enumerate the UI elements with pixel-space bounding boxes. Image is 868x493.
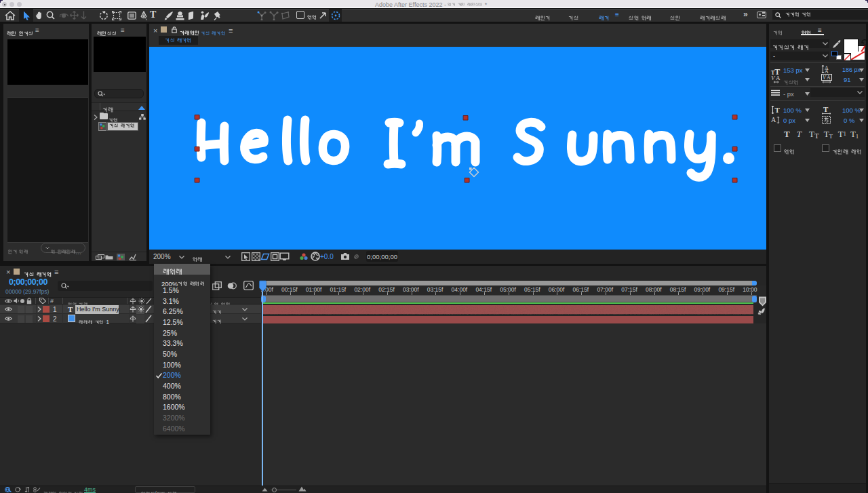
svg-text:T: T [823, 105, 829, 113]
svg-text:A: A [827, 75, 831, 81]
svg-text:T: T [775, 106, 781, 114]
svg-text:A: A [776, 75, 781, 81]
svg-text:A: A [771, 116, 776, 123]
svg-text:V: V [771, 75, 776, 81]
svg-text:A: A [825, 68, 829, 74]
